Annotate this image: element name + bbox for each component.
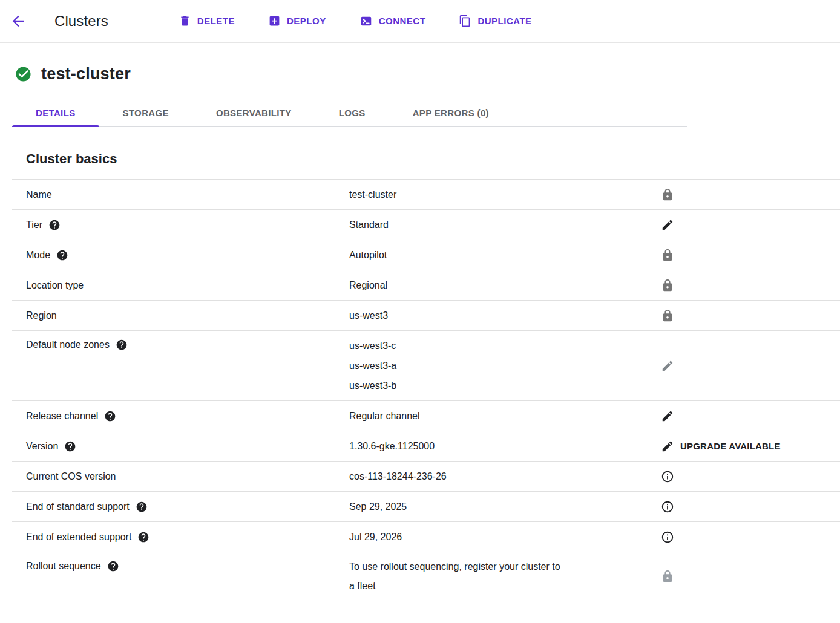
edit-icon — [661, 440, 674, 453]
table-row-release-channel: Release channel Regular channel — [12, 401, 840, 431]
help-icon[interactable] — [136, 501, 148, 513]
row-value: test-cluster — [349, 189, 637, 201]
tab-storage[interactable]: STORAGE — [99, 99, 192, 126]
table-row-end-extended-support: End of extended support Jul 29, 2026 — [12, 522, 840, 552]
deploy-label: DEPLOY — [287, 16, 326, 26]
row-label: Version — [26, 441, 58, 452]
row-value: us-west3-b — [349, 376, 637, 396]
row-label: Current COS version — [26, 471, 116, 482]
edit-button[interactable] — [661, 409, 674, 423]
tab-observability[interactable]: OBSERVABILITY — [192, 99, 315, 126]
table-row-end-standard-support: End of standard support Sep 29, 2025 — [12, 492, 840, 522]
help-icon[interactable] — [107, 560, 119, 572]
lock-icon — [661, 188, 674, 201]
table-row-name: Name test-cluster — [12, 180, 840, 210]
status-ok-icon — [15, 65, 32, 83]
row-value: 1.30.6-gke.1125000 — [349, 440, 637, 452]
row-value: Standard — [349, 219, 637, 231]
edit-disabled-icon — [661, 359, 674, 373]
row-label: Default node zones — [26, 339, 110, 350]
row-label: Tier — [26, 220, 42, 230]
copy-icon — [459, 15, 471, 27]
tab-logs[interactable]: LOGS — [315, 99, 389, 126]
table-row-location-type: Location type Regional — [12, 270, 840, 301]
row-label: Rollout sequence — [26, 561, 101, 572]
upgrade-available-badge: UPGRADE AVAILABLE — [680, 441, 781, 451]
edit-icon — [661, 409, 674, 423]
table-row-cos-version: Current COS version cos-113-18244-236-26 — [12, 462, 840, 492]
cluster-header: test-cluster — [15, 65, 840, 83]
lock-icon — [661, 249, 674, 262]
info-button[interactable] — [661, 530, 674, 544]
row-label: Release channel — [26, 411, 98, 422]
help-icon[interactable] — [104, 410, 116, 422]
edit-icon — [661, 218, 674, 232]
tab-details[interactable]: DETAILS — [12, 99, 99, 126]
help-icon[interactable] — [56, 249, 68, 261]
table-row-region: Region us-west3 — [12, 301, 840, 331]
cluster-basics-table: Name test-cluster Tier Standard Mode Aut… — [12, 179, 840, 601]
row-label: Region — [26, 310, 57, 321]
table-row-rollout-sequence: Rollout sequence To use rollout sequenci… — [12, 552, 840, 601]
help-icon[interactable] — [116, 339, 128, 351]
arrow-back-icon — [10, 13, 27, 30]
info-icon — [661, 470, 674, 483]
row-value: a fleet — [349, 576, 637, 596]
row-value: Regional — [349, 279, 637, 292]
info-icon — [661, 500, 674, 514]
toolbar: DELETE DEPLOY CONNECT DUPLICATE — [179, 15, 532, 28]
lock-icon — [661, 279, 674, 292]
terminal-icon — [359, 15, 373, 28]
help-icon[interactable] — [48, 219, 61, 231]
row-label: Mode — [26, 250, 50, 261]
deploy-button[interactable]: DEPLOY — [268, 15, 326, 27]
edit-button[interactable] — [661, 218, 674, 232]
table-row-version: Version 1.30.6-gke.1125000 UPGRADE AVAIL… — [12, 431, 840, 462]
table-row-tier: Tier Standard — [12, 210, 840, 240]
section-title: Cluster basics — [26, 151, 840, 167]
row-value: Sep 29, 2025 — [349, 501, 637, 513]
tab-app-errors[interactable]: APP ERRORS (0) — [389, 99, 513, 126]
connect-button[interactable]: CONNECT — [359, 15, 426, 28]
page-title: Clusters — [54, 13, 108, 30]
row-value: us-west3-a — [349, 356, 637, 376]
delete-button[interactable]: DELETE — [179, 15, 235, 27]
row-label: Name — [26, 189, 52, 200]
row-value: us-west3-c — [349, 336, 637, 356]
duplicate-label: DUPLICATE — [477, 16, 531, 26]
top-header: Clusters DELETE DEPLOY CONNECT DUPLICATE — [0, 0, 840, 43]
row-label: End of extended support — [26, 532, 131, 543]
info-button[interactable] — [661, 500, 674, 514]
row-value: Regular channel — [349, 410, 637, 422]
upgrade-edit-button[interactable] — [661, 440, 674, 453]
trash-icon — [179, 15, 191, 27]
cluster-name-title: test-cluster — [41, 65, 131, 83]
row-value: cos-113-18244-236-26 — [349, 471, 637, 483]
row-label: End of standard support — [26, 501, 130, 512]
row-value: us-west3 — [349, 310, 637, 322]
back-button[interactable] — [8, 11, 28, 31]
help-icon[interactable] — [137, 531, 149, 543]
row-value: Jul 29, 2026 — [349, 531, 637, 543]
connect-label: CONNECT — [379, 16, 426, 26]
delete-label: DELETE — [197, 16, 235, 26]
lock-icon — [661, 309, 674, 322]
table-row-default-node-zones: Default node zones us-west3-c us-west3-a… — [12, 331, 840, 401]
add-box-icon — [268, 15, 281, 27]
info-icon — [661, 530, 674, 544]
help-icon[interactable] — [64, 440, 76, 452]
row-value: To use rollout sequencing, register your… — [349, 557, 637, 576]
table-row-mode: Mode Autopilot — [12, 240, 840, 270]
lock-disabled-icon — [661, 570, 674, 583]
duplicate-button[interactable]: DUPLICATE — [459, 15, 531, 27]
info-button[interactable] — [661, 470, 674, 483]
tab-bar: DETAILS STORAGE OBSERVABILITY LOGS APP E… — [12, 99, 687, 127]
row-label: Location type — [26, 280, 84, 291]
row-value: Autopilot — [349, 249, 637, 261]
